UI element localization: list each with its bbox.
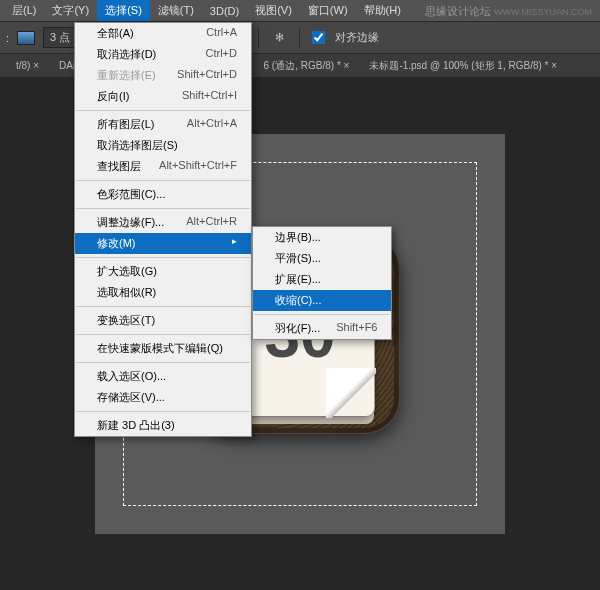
- menu-grow[interactable]: 扩大选取(G): [75, 261, 251, 282]
- menu-3d[interactable]: 3D(D): [202, 2, 247, 20]
- menu-layer[interactable]: 层(L): [4, 0, 44, 21]
- menu-all[interactable]: 全部(A)Ctrl+A: [75, 23, 251, 44]
- submenu-border[interactable]: 边界(B)...: [253, 227, 391, 248]
- menu-text[interactable]: 文字(Y): [44, 0, 97, 21]
- menu-window[interactable]: 窗口(W): [300, 0, 356, 21]
- submenu-feather[interactable]: 羽化(F)...Shift+F6: [253, 318, 391, 339]
- menu-filter[interactable]: 滤镜(T): [150, 0, 202, 21]
- menu-all-layers[interactable]: 所有图层(L)Alt+Ctrl+A: [75, 114, 251, 135]
- menu-help[interactable]: 帮助(H): [356, 0, 409, 21]
- menu-inverse[interactable]: 反向(I)Shift+Ctrl+I: [75, 86, 251, 107]
- swatch[interactable]: [17, 31, 35, 45]
- submenu-expand[interactable]: 扩展(E)...: [253, 269, 391, 290]
- menu-deselect-layers[interactable]: 取消选择图层(S): [75, 135, 251, 156]
- modify-submenu: 边界(B)... 平滑(S)... 扩展(E)... 收缩(C)... 羽化(F…: [252, 226, 392, 340]
- snap-edges-checkbox[interactable]: [312, 31, 325, 44]
- menu-new-3d[interactable]: 新建 3D 凸出(3): [75, 415, 251, 436]
- menu-load-selection[interactable]: 载入选区(O)...: [75, 366, 251, 387]
- tab-3[interactable]: 6 (通边, RGB/8) * ×: [254, 55, 360, 77]
- tab-1[interactable]: t/8) ×: [6, 56, 49, 75]
- gear-icon[interactable]: ✻: [271, 30, 287, 46]
- snap-edges-label: 对齐边缘: [335, 30, 379, 45]
- watermark: 思缘设计论坛 WWW.MISSYUAN.COM: [425, 4, 592, 19]
- select-menu-dropdown: 全部(A)Ctrl+A 取消选择(D)Ctrl+D 重新选择(E)Shift+C…: [74, 22, 252, 437]
- submenu-contract[interactable]: 收缩(C)...: [253, 290, 391, 311]
- menu-reselect: 重新选择(E)Shift+Ctrl+D: [75, 65, 251, 86]
- menu-view[interactable]: 视图(V): [247, 0, 300, 21]
- menu-save-selection[interactable]: 存储选区(V)...: [75, 387, 251, 408]
- menu-quick-mask[interactable]: 在快速蒙版模式下编辑(Q): [75, 338, 251, 359]
- tab-4[interactable]: 未标题-1.psd @ 100% (矩形 1, RGB/8) * ×: [359, 55, 567, 77]
- page-curl: [326, 368, 376, 418]
- submenu-smooth[interactable]: 平滑(S)...: [253, 248, 391, 269]
- menu-find-layers[interactable]: 查找图层Alt+Shift+Ctrl+F: [75, 156, 251, 177]
- menu-select[interactable]: 选择(S): [97, 0, 150, 21]
- menu-deselect[interactable]: 取消选择(D)Ctrl+D: [75, 44, 251, 65]
- menu-transform-selection[interactable]: 变换选区(T): [75, 310, 251, 331]
- stroke-points[interactable]: 3 点: [43, 27, 77, 48]
- menu-refine-edge[interactable]: 调整边缘(F)...Alt+Ctrl+R: [75, 212, 251, 233]
- menu-color-range[interactable]: 色彩范围(C)...: [75, 184, 251, 205]
- menu-modify[interactable]: 修改(M): [75, 233, 251, 254]
- menu-similar[interactable]: 选取相似(R): [75, 282, 251, 303]
- label-colon: :: [6, 32, 9, 44]
